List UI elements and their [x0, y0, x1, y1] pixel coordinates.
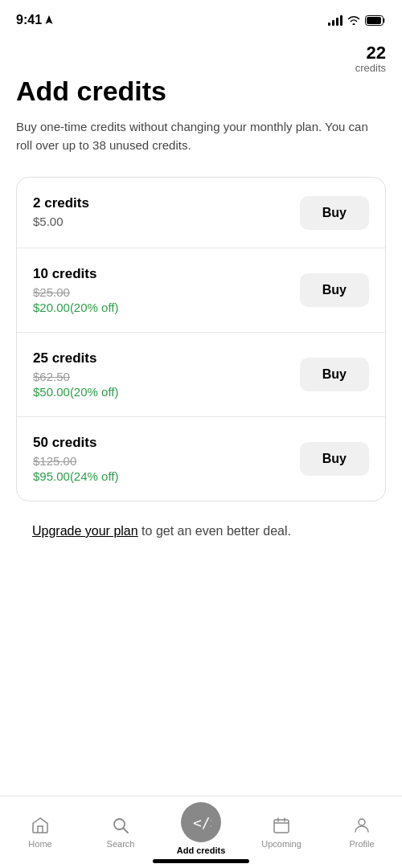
credits-count: 22 — [355, 44, 386, 62]
nav-item-upcoming[interactable]: Upcoming — [241, 796, 322, 860]
add-credits-icon: </> — [181, 802, 221, 842]
main-content: Add credits Buy one-time credits without… — [0, 59, 402, 538]
nav-item-search[interactable]: Search — [80, 796, 161, 860]
profile-icon — [351, 815, 372, 836]
wifi-icon — [347, 15, 360, 25]
battery-icon — [365, 15, 386, 26]
package-original-price-10credits: $25.00 — [33, 285, 118, 299]
nav-label-home: Home — [28, 839, 51, 849]
upgrade-rest-text: to get an even better deal. — [138, 524, 291, 538]
package-original-price-25credits: $62.50 — [33, 370, 118, 383]
home-icon — [30, 815, 51, 836]
credits-badge: 22 credits — [355, 44, 386, 74]
home-indicator — [153, 859, 249, 863]
nav-label-profile: Profile — [349, 839, 374, 849]
nav-label-search: Search — [107, 839, 135, 849]
page-description: Buy one-time credits without changing yo… — [16, 118, 386, 154]
location-icon — [45, 15, 53, 25]
package-info-2credits: 2 credits $5.00 — [33, 195, 89, 230]
svg-text:</>: </> — [193, 814, 211, 831]
nav-item-home[interactable]: Home — [0, 796, 80, 860]
package-name-25credits: 25 credits — [33, 350, 118, 366]
upgrade-section: Upgrade your plan to get an even better … — [16, 524, 386, 538]
package-name-2credits: 2 credits — [33, 195, 89, 211]
package-original-price-50credits: $125.00 — [33, 454, 118, 468]
package-name-50credits: 50 credits — [33, 435, 118, 451]
buy-button-50credits[interactable]: Buy — [300, 442, 369, 476]
buy-button-25credits[interactable]: Buy — [300, 358, 369, 391]
buy-button-2credits[interactable]: Buy — [300, 196, 369, 230]
page-title: Add credits — [16, 76, 386, 107]
package-info-50credits: 50 credits $125.00 $95.00(24% off) — [33, 435, 118, 483]
svg-rect-5 — [274, 820, 289, 833]
package-row-10credits: 10 credits $25.00 $20.00(20% off) Buy — [17, 248, 385, 333]
nav-label-add-credits: Add credits — [177, 845, 226, 855]
package-row-2credits: 2 credits $5.00 Buy — [17, 178, 385, 248]
svg-line-3 — [124, 828, 129, 833]
package-row-25credits: 25 credits $62.50 $50.00(20% off) Buy — [17, 333, 385, 417]
signal-icon — [328, 14, 343, 26]
buy-button-10credits[interactable]: Buy — [300, 273, 369, 307]
package-price-2credits: $5.00 — [33, 215, 89, 228]
status-time: 9:41 — [16, 13, 42, 27]
svg-point-9 — [359, 819, 365, 825]
nav-item-add-credits[interactable]: </> Add credits — [161, 796, 241, 860]
upcoming-icon — [271, 815, 292, 836]
package-name-10credits: 10 credits — [33, 266, 118, 282]
package-info-10credits: 10 credits $25.00 $20.00(20% off) — [33, 266, 118, 314]
packages-card: 2 credits $5.00 Buy 10 credits $25.00 $2… — [16, 177, 386, 502]
package-discounted-price-50credits: $95.00(24% off) — [33, 469, 118, 483]
package-discounted-price-10credits: $20.00(20% off) — [33, 301, 118, 314]
package-discounted-price-25credits: $50.00(20% off) — [33, 385, 118, 399]
status-icons — [328, 14, 386, 26]
upgrade-plan-link[interactable]: Upgrade your plan — [32, 524, 138, 538]
search-icon — [110, 815, 131, 836]
bottom-nav: Home Search </> Add credits — [0, 796, 402, 868]
nav-label-upcoming: Upcoming — [261, 839, 302, 849]
svg-rect-1 — [367, 17, 381, 24]
status-bar: 9:41 — [0, 0, 402, 35]
credits-label: credits — [355, 62, 386, 74]
nav-item-profile[interactable]: Profile — [322, 796, 402, 860]
package-row-50credits: 50 credits $125.00 $95.00(24% off) Buy — [17, 417, 385, 501]
package-info-25credits: 25 credits $62.50 $50.00(20% off) — [33, 350, 118, 399]
